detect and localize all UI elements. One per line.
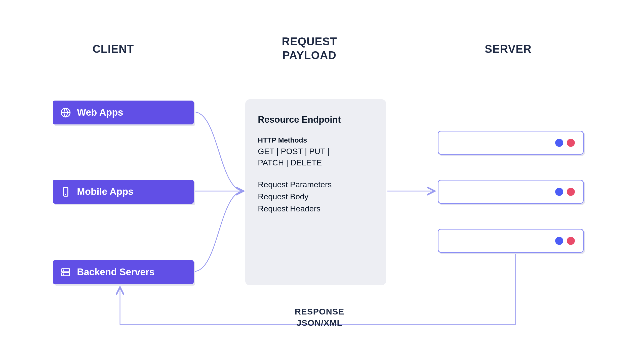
status-dot-red: [567, 188, 575, 196]
payload-item: Request Body: [258, 191, 374, 203]
server-icon: [60, 267, 71, 278]
server-box-1: [438, 131, 584, 155]
status-dot-blue: [555, 188, 563, 196]
client-box-mobile-apps: Mobile Apps: [53, 180, 194, 204]
server-box-2: [438, 180, 584, 204]
payload-card: Resource Endpoint HTTP Methods GET | POS…: [245, 99, 386, 285]
payload-methods-line: GET | POST | PUT |: [258, 146, 374, 157]
section-title-client: CLIENT: [75, 43, 151, 55]
status-dot-blue: [555, 237, 563, 245]
client-box-label: Web Apps: [77, 107, 123, 118]
payload-item: Request Parameters: [258, 178, 374, 191]
client-box-label: Backend Servers: [77, 267, 154, 278]
client-box-web-apps: Web Apps: [53, 101, 194, 124]
section-title-payload-1: REQUEST: [259, 35, 360, 48]
section-title-payload-2: PAYLOAD: [259, 49, 360, 62]
payload-methods-line: PATCH | DELETE: [258, 157, 374, 168]
section-title-server: SERVER: [470, 43, 546, 55]
svg-point-6: [63, 274, 64, 275]
status-dot-blue: [555, 139, 563, 147]
diagram-canvas: CLIENT REQUEST PAYLOAD SERVER Web Apps M…: [0, 0, 644, 362]
globe-icon: [60, 107, 71, 118]
client-box-label: Mobile Apps: [77, 186, 133, 197]
response-label-1: RESPONSE: [282, 307, 357, 316]
payload-methods-label: HTTP Methods: [258, 136, 374, 144]
response-label-2: JSON/XML: [282, 318, 357, 328]
payload-title: Resource Endpoint: [258, 114, 374, 125]
server-box-3: [438, 229, 584, 253]
payload-methods: GET | POST | PUT | PATCH | DELETE: [258, 146, 374, 168]
payload-item: Request Headers: [258, 203, 374, 215]
status-dot-red: [567, 237, 575, 245]
status-dot-red: [567, 139, 575, 147]
svg-point-5: [63, 270, 64, 270]
client-box-backend-servers: Backend Servers: [53, 260, 194, 284]
mobile-icon: [60, 187, 71, 197]
